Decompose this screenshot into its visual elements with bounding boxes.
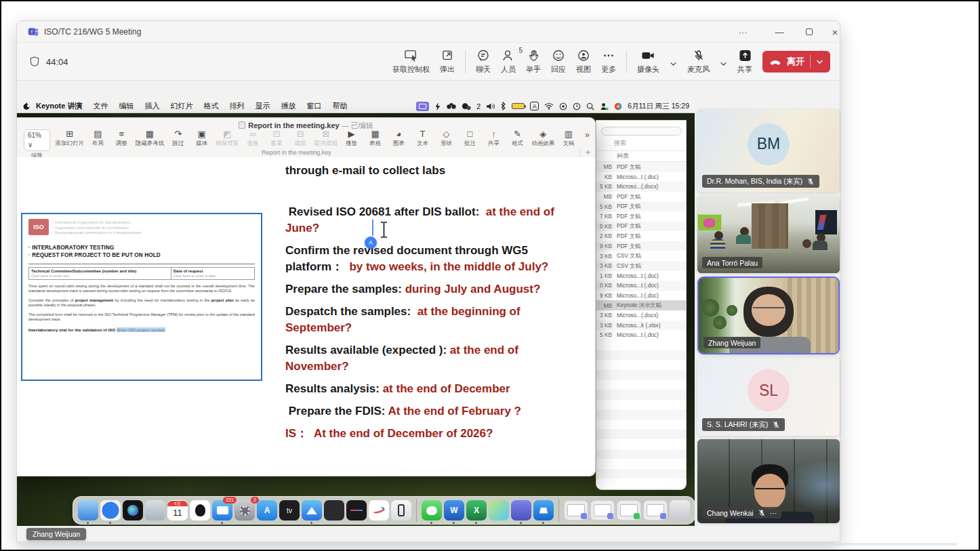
camera-options-chevron[interactable] — [670, 58, 677, 66]
chat-button[interactable]: 聊天 — [476, 49, 491, 75]
slide-text-line[interactable]: Results analysis: at the end of December — [285, 381, 573, 397]
camera-button[interactable]: 摄像头 — [637, 49, 659, 75]
slide-text-line[interactable]: Prepare the FDIS: At the end of February… — [285, 403, 573, 420]
keynote-toolbar-button[interactable]: ↷ 跳过 — [169, 129, 187, 148]
menubar-item[interactable]: 播放 — [275, 101, 301, 111]
finder-row[interactable]: 3 KB Microso...(.docx) — [596, 310, 686, 321]
dock-keynote-icon[interactable] — [533, 500, 554, 521]
input-source-icon[interactable]: A — [530, 102, 539, 110]
iso-form-page[interactable]: ISO International Organization for Stand… — [21, 213, 262, 381]
participant-tile-mohan[interactable]: BM Dr.R. Mohan, BIS, India (来宾) — [697, 109, 840, 192]
menubar-item[interactable]: 格式 — [198, 101, 224, 111]
slide-text-line[interactable]: through e-mail to collect labs — [285, 163, 573, 179]
mic-button[interactable]: 麦克风 — [687, 49, 710, 75]
slide-text-line[interactable]: Results available (expected ): at the en… — [285, 342, 573, 375]
finder-row[interactable]: MB Keynote 演示文稿 — [596, 300, 686, 310]
dock-media-app-icon[interactable] — [324, 500, 344, 521]
control-center-icon[interactable] — [614, 102, 622, 110]
finder-search-input[interactable] — [601, 127, 682, 136]
bluetooth-icon[interactable] — [500, 102, 506, 110]
slide-text-line[interactable]: Revised ISO 20681 after DIS ballot: at t… — [285, 204, 573, 237]
finder-row[interactable]: 7 KB PDF 文稿 — [596, 211, 686, 222]
keynote-toolbar-button[interactable]: ✎ 格式 — [509, 129, 527, 148]
keynote-toolbar-button[interactable]: ◈ 动画效果 — [533, 129, 554, 148]
people-button[interactable]: 5 人员 — [501, 49, 516, 75]
slide-text-line[interactable]: Confirm the revised document through WG5… — [285, 243, 573, 275]
dock-voov-icon[interactable] — [302, 500, 322, 521]
participant-tile-zhang-active-speaker[interactable]: Zhang Weijuan — [697, 277, 840, 354]
iso-project-number-field[interactable]: Enter ISO project number — [117, 327, 165, 332]
menubar-item[interactable]: Keynote 讲演 — [30, 101, 87, 111]
apple-menu-icon[interactable] — [22, 102, 30, 110]
dock-calendar-icon[interactable]: 6月 11 — [167, 500, 188, 521]
keynote-toolbar-button[interactable]: ▦ 隐藏参考线 — [136, 129, 163, 148]
slide-text-block[interactable]: through e-mail to collect labs Revised I… — [285, 163, 573, 448]
menubar-item[interactable]: 插入 — [139, 101, 165, 111]
window-maximize-button[interactable] — [799, 21, 819, 43]
dock-wechat-icon[interactable] — [422, 500, 442, 521]
keynote-toolbar-button[interactable]: ◕ 图表 — [390, 129, 408, 148]
new-tab-button[interactable]: + — [579, 148, 590, 157]
tile-more-menu[interactable]: ··· — [770, 509, 777, 517]
toolbar-overflow-chevron[interactable]: » — [585, 130, 590, 140]
finder-row[interactable]: KB Microso...t (.doc) — [596, 172, 686, 182]
slide-text-line[interactable]: Despatch the samples: at the beginning o… — [285, 304, 573, 336]
volume-icon[interactable] — [486, 102, 495, 110]
dock-swift-icon[interactable] — [489, 500, 509, 521]
dock-minimized-window-1[interactable] — [564, 500, 588, 521]
battery-icon[interactable] — [512, 103, 525, 109]
dock-audio-app-icon[interactable] — [346, 500, 367, 521]
binoculars-icon[interactable] — [447, 102, 456, 110]
keynote-toolbar-button[interactable]: T 文本 — [414, 129, 432, 148]
keynote-toolbar-button[interactable]: □ 批注 — [462, 129, 479, 148]
finder-row[interactable]: 3 KB CSV 文稿 — [596, 261, 686, 271]
date-placeholder[interactable]: Click here to enter a date. — [173, 274, 252, 278]
keynote-toolbar-button[interactable]: ◇ 形状 — [438, 129, 455, 148]
clock-icon[interactable] — [573, 102, 581, 110]
finder-row[interactable]: 9 KB PDF 文稿 — [596, 241, 686, 251]
keynote-toolbar-button[interactable]: ▶ 播放 — [343, 129, 361, 148]
dock-word-icon[interactable]: W — [444, 500, 464, 521]
window-minimize-button[interactable]: — — [769, 21, 790, 43]
mic-options-chevron[interactable] — [720, 58, 727, 66]
menubar-datetime[interactable]: 6月11日 周三 15:29 — [628, 102, 689, 111]
leave-button[interactable]: 离开 — [762, 51, 830, 73]
keynote-toolbar-button[interactable]: ▣ 媒体 — [193, 129, 211, 148]
finder-row[interactable]: 9 KB Microso...t (.doc) — [596, 291, 686, 301]
chat-bubbles-icon[interactable] — [462, 102, 471, 110]
dock-settings-icon[interactable]: 2 — [234, 500, 255, 521]
keynote-toolbar-button[interactable]: ⊡ 遮罩 — [268, 129, 285, 148]
menubar-item[interactable]: 文件 — [87, 101, 113, 111]
dock-teams-icon[interactable] — [511, 500, 531, 521]
dock-launchpad-icon[interactable] — [145, 500, 165, 521]
finder-row[interactable]: 0 KB PDF 文稿 — [596, 222, 686, 232]
take-control-button[interactable]: 获取控制权 — [392, 49, 430, 75]
raise-hand-button[interactable]: 举手 — [526, 49, 541, 75]
keynote-toolbar-button[interactable]: ≡ 调整 — [113, 129, 130, 148]
dock-iphone-mirroring-icon[interactable] — [391, 500, 411, 521]
dock-minimized-window-4[interactable] — [643, 500, 668, 521]
dock-excel-icon[interactable]: X — [466, 500, 487, 521]
dock-siri-icon[interactable] — [123, 500, 143, 521]
menubar-item[interactable]: 排列 — [224, 101, 249, 111]
keynote-toolbar-button[interactable]: ⊠ 取消成组 — [315, 129, 336, 148]
more-button[interactable]: 更多 — [601, 49, 616, 75]
menubar-item[interactable]: 显示 — [249, 101, 275, 111]
finder-row[interactable]: 5 KB PDF 文稿 — [596, 201, 686, 211]
finder-row[interactable]: 3 KB CSV 文稿 — [596, 251, 686, 261]
menubar-item[interactable]: 窗口 — [301, 101, 327, 111]
keynote-toolbar-button[interactable]: ⊟ 成组 — [291, 129, 309, 148]
slide-text-line[interactable]: IS： At the end of December of 2026? — [285, 426, 573, 442]
user-status-icon[interactable] — [600, 102, 609, 110]
react-button[interactable]: 回应 — [551, 49, 566, 75]
keynote-toolbar-button[interactable]: ▥ 文稿 — [560, 129, 577, 148]
dock-qq-icon[interactable] — [190, 500, 210, 521]
share-button[interactable]: 共享 — [737, 49, 752, 75]
keynote-toolbar-button[interactable]: ◩ 移除背景 — [217, 129, 238, 148]
spotlight-icon[interactable] — [586, 102, 594, 110]
screen-sharing-status-icon[interactable] — [416, 102, 429, 111]
finder-row[interactable]: MB PDF 文稿 — [596, 192, 686, 202]
participant-tile-chang[interactable]: Chang Wenkai ··· — [697, 439, 840, 523]
dock-trash-icon[interactable] — [670, 500, 690, 521]
tc-placeholder[interactable]: Click here to enter text. — [31, 274, 169, 278]
